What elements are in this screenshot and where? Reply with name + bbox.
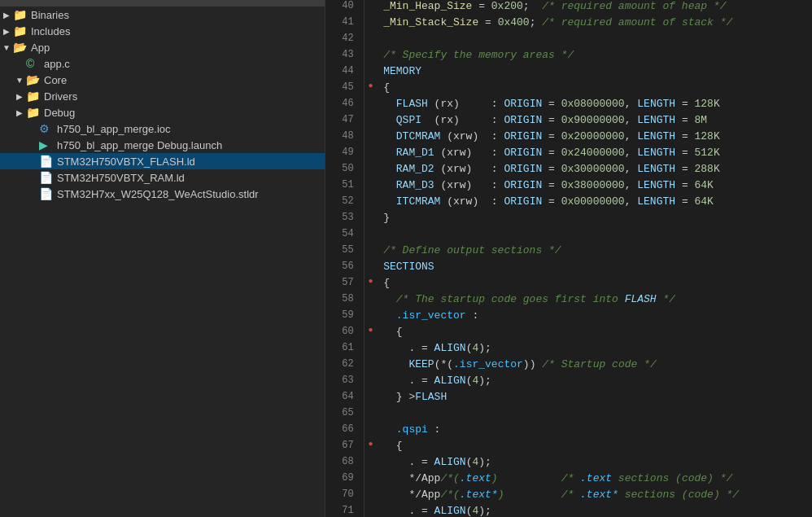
line-content: . = ALIGN(4);	[377, 342, 811, 358]
line-number: 46	[325, 98, 364, 114]
line-content: KEEP(*(.isr_vector)) /* Startup code */	[377, 358, 811, 375]
sidebar-item-ioc[interactable]: ⚙h750_bl_app_merge.ioc	[0, 120, 325, 137]
line-gutter	[364, 293, 377, 309]
line-number: 57	[325, 277, 364, 293]
line-number: 44	[325, 65, 364, 81]
line-content: .isr_vector :	[377, 309, 811, 326]
sidebar-item-binaries[interactable]: ▶📁Binaries	[0, 7, 325, 23]
line-gutter	[364, 407, 377, 423]
code-row: 55/* Define output sections */	[325, 244, 812, 261]
line-gutter: ●	[364, 277, 377, 293]
file-tree: ▶📁Binaries▶📁Includes▼📂App©app.c▼📂Core▶📁D…	[0, 7, 325, 202]
code-row: 69 */App/*(.text) /* .text sections (cod…	[325, 472, 812, 489]
line-number: 56	[325, 261, 364, 277]
code-row: 66 .qspi :	[325, 423, 812, 440]
line-gutter	[364, 147, 377, 163]
line-content: . = ALIGN(4);	[377, 505, 811, 517]
line-content: _Min_Stack_Size = 0x400; /* required amo…	[377, 16, 811, 33]
line-content: RAM_D3 (xrw) : ORIGIN = 0x38000000, LENG…	[377, 179, 811, 195]
sidebar-item-app[interactable]: ▼📂App	[0, 39, 325, 55]
line-content: {	[377, 326, 811, 342]
line-content: } >FLASH	[377, 391, 811, 407]
code-row: 65	[325, 407, 812, 423]
line-content	[377, 228, 811, 244]
line-number: 59	[325, 309, 364, 326]
code-row: 67● {	[325, 440, 812, 456]
line-gutter	[364, 114, 377, 130]
code-row: 62 KEEP(*(.isr_vector)) /* Startup code …	[325, 358, 812, 375]
line-content	[377, 33, 811, 49]
line-number: 62	[325, 358, 364, 375]
line-gutter: ●	[364, 440, 377, 456]
code-row: 42	[325, 33, 812, 49]
line-gutter	[364, 375, 377, 391]
line-content: /* Specify the memory areas */	[377, 49, 811, 65]
code-row: 53}	[325, 212, 812, 228]
tree-item-label: Drivers	[44, 90, 325, 103]
line-number: 58	[325, 293, 364, 309]
line-number: 40	[325, 0, 364, 16]
sidebar-item-app-c[interactable]: ©app.c	[0, 55, 325, 72]
sidebar-item-core[interactable]: ▼📂Core	[0, 72, 325, 88]
file-launch-icon: ▶	[39, 138, 54, 151]
line-number: 45	[325, 81, 364, 98]
line-content: . = ALIGN(4);	[377, 456, 811, 472]
line-number: 50	[325, 163, 364, 179]
code-row: 61 . = ALIGN(4);	[325, 342, 812, 358]
line-gutter	[364, 423, 377, 440]
sidebar-item-drivers[interactable]: ▶📁Drivers	[0, 88, 325, 104]
code-row: 44MEMORY	[325, 65, 812, 81]
folder-closed-icon: 📁	[13, 8, 28, 21]
line-content: /* Define output sections */	[377, 244, 811, 261]
file-ld-icon: 📄	[39, 171, 54, 184]
line-number: 70	[325, 489, 364, 505]
line-content: ITCMRAM (xrw) : ORIGIN = 0x00000000, LEN…	[377, 195, 811, 212]
line-gutter	[364, 309, 377, 326]
line-number: 65	[325, 407, 364, 423]
line-number: 55	[325, 244, 364, 261]
code-row: 60● {	[325, 326, 812, 342]
sidebar: ▶📁Binaries▶📁Includes▼📂App©app.c▼📂Core▶📁D…	[0, 0, 325, 517]
sidebar-item-flash-ld[interactable]: 📄STM32H750VBTX_FLASH.ld	[0, 153, 325, 169]
folder-closed-icon: 📁	[13, 24, 28, 37]
line-gutter: ●	[364, 81, 377, 98]
tree-item-label: h750_bl_app_merge Debug.launch	[57, 139, 325, 151]
line-gutter	[364, 358, 377, 375]
line-gutter	[364, 65, 377, 81]
line-number: 68	[325, 456, 364, 472]
code-row: 63 . = ALIGN(4);	[325, 375, 812, 391]
line-gutter	[364, 391, 377, 407]
file-ld-icon: 📄	[39, 155, 54, 168]
line-content: . = ALIGN(4);	[377, 375, 811, 391]
line-number: 61	[325, 342, 364, 358]
sidebar-title	[0, 0, 325, 7]
line-content	[377, 407, 811, 423]
sidebar-item-includes[interactable]: ▶📁Includes	[0, 23, 325, 39]
code-editor[interactable]: 40_Min_Heap_Size = 0x200; /* required am…	[325, 0, 812, 517]
code-row: 54	[325, 228, 812, 244]
line-gutter	[364, 228, 377, 244]
line-content: .qspi :	[377, 423, 811, 440]
code-row: 52 ITCMRAM (xrw) : ORIGIN = 0x00000000, …	[325, 195, 812, 212]
sidebar-item-debug[interactable]: ▶📁Debug	[0, 104, 325, 120]
sidebar-item-stldr[interactable]: 📄STM32H7xx_W25Q128_WeActStudio.stldr	[0, 186, 325, 202]
line-gutter	[364, 489, 377, 505]
code-row: 59 .isr_vector :	[325, 309, 812, 326]
code-row: 56SECTIONS	[325, 261, 812, 277]
tree-item-label: STM32H750VBTX_FLASH.ld	[57, 156, 325, 168]
line-number: 47	[325, 114, 364, 130]
line-gutter	[364, 456, 377, 472]
file-c-icon: ©	[26, 57, 41, 70]
line-number: 66	[325, 423, 364, 440]
tree-arrow: ▼	[0, 43, 13, 52]
sidebar-item-launch[interactable]: ▶h750_bl_app_merge Debug.launch	[0, 137, 325, 153]
tree-item-label: h750_bl_app_merge.ioc	[57, 123, 325, 135]
line-number: 54	[325, 228, 364, 244]
line-gutter: ●	[364, 326, 377, 342]
tree-item-label: Core	[44, 74, 325, 86]
line-content: FLASH (rx) : ORIGIN = 0x08000000, LENGTH…	[377, 98, 811, 114]
sidebar-item-ram-ld[interactable]: 📄STM32H750VBTX_RAM.ld	[0, 169, 325, 186]
line-content: {	[377, 277, 811, 293]
line-content: DTCMRAM (xrw) : ORIGIN = 0x20000000, LEN…	[377, 130, 811, 147]
folder-closed-icon: 📁	[26, 106, 41, 119]
